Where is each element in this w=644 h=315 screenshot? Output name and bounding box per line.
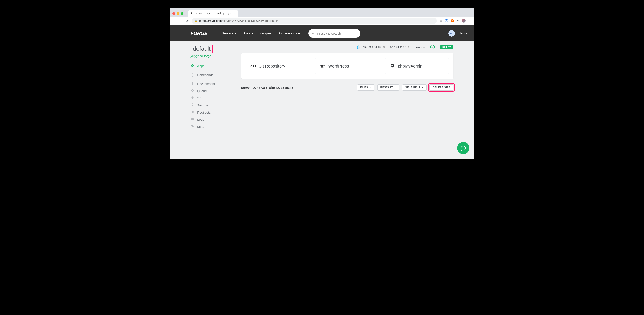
sidebar: default jollygood-forge Apps < > Command… (190, 45, 232, 151)
chat-icon (460, 145, 466, 151)
reload-button[interactable]: ⟳ (185, 18, 189, 23)
caret-up-icon: ▲ (422, 87, 424, 88)
shuffle-icon (190, 110, 194, 114)
browser-titlebar: F Laravel Forge | default | jollygo × + (170, 8, 474, 17)
sidebar-item-security[interactable]: Security (190, 102, 232, 109)
nav-servers[interactable]: Servers ▼ (222, 32, 236, 35)
forge-logo[interactable]: FORGE (190, 30, 208, 36)
favicon-icon: F (191, 12, 193, 15)
card-git-repository[interactable]: git Git Repository (246, 58, 310, 74)
action-row: Server ID: 457363, Site ID: 1315348 FILE… (241, 84, 454, 91)
copy-icon[interactable]: ⧉ (408, 46, 410, 49)
user-name: Elegon (458, 32, 468, 35)
svg-rect-2 (192, 104, 194, 106)
user-menu[interactable]: EL Elegon (448, 30, 468, 36)
search-icon (312, 31, 315, 36)
svg-point-4 (391, 64, 394, 65)
maximize-window-button[interactable] (181, 12, 184, 15)
files-button[interactable]: FILES ▲ (357, 84, 374, 91)
tag-icon (190, 125, 194, 128)
app-header: FORGE Servers ▼ Sites ▼ Recipes Document… (170, 26, 474, 42)
new-tab-button[interactable]: + (238, 11, 244, 17)
region-label: London (414, 46, 425, 49)
search-input[interactable] (317, 32, 357, 35)
bookmark-icon[interactable]: ☆ (439, 19, 442, 23)
window-controls (170, 12, 186, 17)
lock-icon (190, 103, 194, 107)
sidebar-item-apps[interactable]: Apps (190, 62, 232, 70)
self-help-button[interactable]: SELF HELP ▲ (402, 84, 426, 91)
browser-tab[interactable]: F Laravel Forge | default | jollygo × (188, 10, 238, 17)
sidebar-item-meta[interactable]: Meta (190, 123, 232, 130)
public-ip: 🌐 139.59.164.83 ⧉ (356, 46, 385, 49)
wordpress-icon (320, 64, 325, 69)
svg-point-0 (312, 32, 314, 34)
search-box[interactable] (308, 29, 360, 38)
sidebar-item-ssl[interactable]: SSL (190, 94, 232, 102)
shield-icon (190, 96, 194, 100)
tree-icon (190, 82, 194, 86)
extension-1password-icon[interactable]: 1 (445, 19, 448, 22)
address-bar[interactable]: 🔒 forge.laravel.com/servers/457363/sites… (192, 18, 437, 24)
browser-menu-icon[interactable]: ⋮ (468, 19, 472, 23)
svg-line-1 (314, 34, 314, 34)
nav-sites[interactable]: Sites ▼ (242, 32, 253, 35)
git-icon: git (250, 64, 255, 68)
caret-up-icon: ▲ (369, 87, 371, 88)
sidebar-menu: Apps < > Commands Environment Queue (190, 62, 232, 130)
sidebar-item-redirects[interactable]: Redirects (190, 109, 232, 116)
server-site-ids: Server ID: 457363, Site ID: 1315348 (241, 86, 293, 89)
app-cards-panel: git Git Repository WordPress phpMyAdmin (241, 53, 454, 79)
close-tab-button[interactable]: × (234, 12, 236, 15)
back-button[interactable]: ← (172, 19, 176, 23)
close-window-button[interactable] (172, 12, 175, 15)
sidebar-item-logs[interactable]: Logs (190, 116, 232, 123)
caret-up-icon: ▲ (394, 87, 396, 88)
caret-down-icon: ▼ (234, 32, 236, 35)
browser-toolbar: ← → ⟳ 🔒 forge.laravel.com/servers/457363… (170, 17, 474, 25)
private-ip: 10.131.0.26 ⧉ (390, 46, 410, 49)
restart-button[interactable]: RESTART ▲ (377, 84, 400, 91)
browser-actions: ☆ 1 + ✦ ⋮ (439, 19, 472, 23)
sidebar-item-commands[interactable]: < > Commands (190, 70, 232, 80)
chart-icon (190, 118, 194, 121)
sidebar-item-queue[interactable]: Queue (190, 87, 232, 94)
delete-site-button[interactable]: DELETE SITE (430, 84, 454, 91)
gear-icon (190, 89, 194, 93)
sidebar-item-environment[interactable]: Environment (190, 80, 232, 87)
help-chat-button[interactable] (457, 142, 470, 154)
status-badge: READY (440, 45, 454, 50)
card-wordpress[interactable]: WordPress (315, 58, 379, 74)
user-avatar: EL (448, 30, 455, 36)
extension-icon[interactable]: + (451, 19, 454, 22)
forward-button[interactable]: → (178, 19, 182, 23)
status-row: 🌐 139.59.164.83 ⧉ 10.131.0.26 ⧉ London ➔… (241, 45, 454, 50)
nav-recipes[interactable]: Recipes (259, 32, 272, 35)
extensions-menu-icon[interactable]: ✦ (456, 19, 459, 23)
card-phpmyadmin[interactable]: phpMyAdmin (385, 58, 449, 74)
server-name-link[interactable]: jollygood-forge (190, 54, 232, 58)
page-content: default jollygood-forge Apps < > Command… (170, 42, 474, 159)
refresh-status-icon[interactable]: ➔ (430, 45, 435, 50)
main-column: 🌐 139.59.164.83 ⧉ 10.131.0.26 ⧉ London ➔… (241, 45, 454, 151)
tab-title: Laravel Forge | default | jollygo (194, 12, 232, 15)
copy-icon[interactable]: ⧉ (383, 46, 385, 49)
lock-icon: 🔒 (194, 19, 198, 22)
code-icon: < > (190, 71, 194, 78)
site-title: default (190, 45, 213, 53)
url-text: forge.laravel.com/servers/457363/sites/1… (199, 19, 278, 22)
globe-icon: 🌐 (356, 46, 360, 49)
profile-avatar-icon[interactable] (462, 19, 466, 23)
package-icon (190, 64, 194, 68)
nav-documentation[interactable]: Documentation (278, 32, 300, 35)
database-icon (390, 64, 394, 68)
caret-down-icon: ▼ (251, 32, 254, 35)
minimize-window-button[interactable] (177, 12, 179, 15)
